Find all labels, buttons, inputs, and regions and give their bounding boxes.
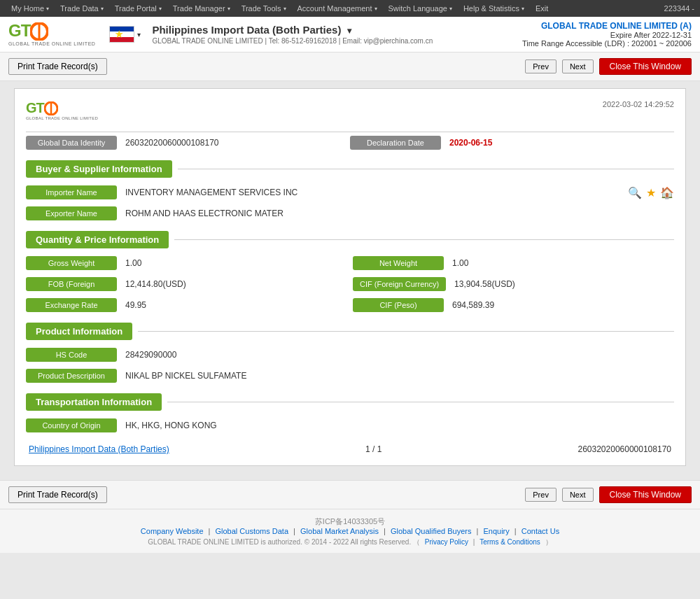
close-button-top[interactable]: Close This Window: [599, 58, 692, 75]
top-navigation: My Home ▾ Trade Data ▾ Trade Portal ▾ Tr…: [0, 0, 700, 17]
global-data-identity-row: Global Data Identity 2603202006000010817…: [26, 135, 674, 150]
record-container: GT GLOBAL TRADE ONLINE LIMITED 2022-03-0…: [14, 88, 686, 466]
declaration-date-label: Declaration Date: [350, 136, 441, 150]
price-row: FOB (Foreign 12,414.80(USD) CIF (Foreign…: [26, 276, 674, 292]
close-button-bottom[interactable]: Close This Window: [599, 486, 692, 503]
exporter-row: Exporter Name ROHM AND HAAS ELECTRONIC M…: [26, 206, 674, 221]
cif-peso-label: CIF (Peso): [353, 298, 444, 312]
record-footer: Philippines Import Data (Both Parties) 1…: [26, 444, 674, 454]
country-flag[interactable]: ▾: [109, 26, 141, 43]
exchange-rate-value: 49.95: [117, 297, 347, 313]
chevron-down-icon: ▾: [46, 6, 49, 12]
product-title: Product Information: [26, 323, 132, 340]
time-range: Time Range Accessible (LDR) : 202001 ~ 2…: [522, 39, 692, 48]
country-origin-label: Country of Origin: [26, 418, 117, 432]
hs-code-label: HS Code: [26, 348, 117, 362]
global-data-identity-value: 26032020060000108170: [117, 135, 350, 150]
page-header: GT GLOBAL TRADE ONLINE LIMITED ▾ Philipp…: [0, 17, 700, 52]
account-info: GLOBAL TRADE ONLINE LIMITED (A) Expire A…: [522, 21, 692, 48]
global-data-identity-label: Global Data Identity: [26, 136, 117, 150]
dropdown-arrow-icon: ▾: [137, 31, 141, 38]
prev-button-top[interactable]: Prev: [525, 59, 556, 73]
transport-section-header: Transportation Information: [26, 393, 674, 411]
company-name: GLOBAL TRADE ONLINE LIMITED (A): [522, 21, 692, 31]
footer-page: 1 / 1: [365, 444, 382, 454]
chevron-down-icon: ▾: [522, 6, 524, 12]
product-desc-value: NIKAL BP NICKEL SULFAMATE: [117, 368, 674, 383]
importer-value: INVENTORY MANAGEMENT SERVICES INC: [117, 185, 622, 200]
weight-row: Gross Weight 1.00 Net Weight 1.00: [26, 255, 674, 271]
next-button-top[interactable]: Next: [562, 59, 594, 73]
nav-items: My Home ▾ Trade Data ▾ Trade Portal ▾ Tr…: [6, 0, 554, 17]
next-button-bottom[interactable]: Next: [562, 488, 594, 502]
title-dropdown-icon[interactable]: ▾: [347, 26, 351, 36]
main-content-wrapper: GT GLOBAL TRADE ONLINE LIMITED 2022-03-0…: [0, 81, 700, 473]
footer-link-customs[interactable]: Global Customs Data: [216, 527, 289, 535]
country-origin-value: HK, HKG, HONG KONG: [117, 418, 674, 433]
declaration-date-value: 2020-06-15: [441, 135, 674, 150]
nav-account-management[interactable]: Account Management ▾: [292, 0, 383, 17]
quantity-section-header: Quantity & Price Information: [26, 231, 674, 248]
product-desc-label: Product Description: [26, 369, 117, 383]
nav-help-statistics[interactable]: Help & Statistics ▾: [458, 0, 530, 17]
footer-link-market[interactable]: Global Market Analysis: [300, 527, 379, 535]
logo-area: GT GLOBAL TRADE ONLINE LIMITED ▾: [8, 22, 141, 47]
nav-trade-portal[interactable]: Trade Portal ▾: [109, 0, 167, 17]
footer-link-buyers[interactable]: Global Qualified Buyers: [391, 527, 472, 535]
cif-peso-value: 694,589.39: [444, 297, 674, 313]
buyer-supplier-section-header: Buyer & Supplier Information: [26, 160, 674, 178]
star-icon[interactable]: ★: [646, 186, 656, 199]
print-button-top[interactable]: Print Trade Record(s): [8, 58, 107, 75]
gtc-logo: GT GLOBAL TRADE ONLINE LIMITED: [8, 22, 95, 47]
search-icon[interactable]: 🔍: [628, 186, 642, 199]
print-button-bottom[interactable]: Print Trade Record(s): [8, 486, 107, 503]
nav-trade-data[interactable]: Trade Data ▾: [55, 0, 109, 17]
nav-trade-manager[interactable]: Trade Manager ▾: [167, 0, 236, 17]
footer-id: 26032020060000108170: [578, 444, 671, 454]
importer-row: Importer Name INVENTORY MANAGEMENT SERVI…: [26, 185, 674, 200]
page-title-area: Philippines Import Data (Both Parties) ▾…: [152, 24, 522, 45]
gross-weight-label: Gross Weight: [26, 256, 117, 270]
nav-trade-tools[interactable]: Trade Tools ▾: [236, 0, 292, 17]
net-weight-label: Net Weight: [353, 256, 444, 270]
account-id: 223344 -: [664, 4, 694, 13]
quantity-title: Quantity & Price Information: [26, 231, 169, 248]
home-icon[interactable]: 🏠: [660, 186, 674, 199]
country-origin-row: Country of Origin HK, HKG, HONG KONG: [26, 418, 674, 433]
page-title: Philippines Import Data (Both Parties) ▾: [152, 24, 522, 36]
record-logo: GT GLOBAL TRADE ONLINE LIMITED: [26, 100, 98, 120]
exporter-value: ROHM AND HAAS ELECTRONIC MATER: [117, 206, 674, 221]
exchange-rate-label: Exchange Rate: [26, 298, 117, 312]
footer-link[interactable]: Philippines Import Data (Both Parties): [29, 444, 169, 454]
nav-my-home[interactable]: My Home ▾: [6, 0, 55, 17]
icp-number: 苏ICP备14033305号: [6, 516, 694, 527]
fob-value: 12,414.80(USD): [117, 276, 347, 292]
privacy-policy-link[interactable]: Privacy Policy: [425, 538, 468, 546]
transport-title: Transportation Information: [26, 393, 162, 411]
record-header: GT GLOBAL TRADE ONLINE LIMITED 2022-03-0…: [26, 100, 674, 120]
gross-weight-value: 1.00: [117, 255, 347, 271]
top-toolbar: Print Trade Record(s) Prev Next Close Th…: [0, 52, 700, 81]
cif-foreign-value: 13,904.58(USD): [446, 276, 674, 292]
footer-links: Company Website | Global Customs Data | …: [6, 527, 694, 535]
nav-switch-language[interactable]: Switch Language ▾: [383, 0, 458, 17]
cif-foreign-label: CIF (Foreign Currency): [353, 277, 446, 291]
chevron-down-icon: ▾: [101, 6, 104, 12]
product-section-header: Product Information: [26, 323, 674, 340]
footer-link-company[interactable]: Company Website: [141, 527, 204, 535]
copyright-text: GLOBAL TRADE ONLINE LIMITED is authorize…: [6, 537, 694, 547]
footer-link-enquiry[interactable]: Enquiry: [483, 527, 509, 535]
nav-exit[interactable]: Exit: [530, 0, 554, 17]
chevron-down-icon: ▾: [227, 6, 230, 12]
footer-link-contact[interactable]: Contact Us: [522, 527, 559, 535]
hs-code-row: HS Code 28429090000: [26, 347, 674, 362]
buyer-supplier-title: Buyer & Supplier Information: [26, 160, 172, 178]
site-footer: 苏ICP备14033305号 Company Website | Global …: [0, 509, 700, 553]
prev-button-bottom[interactable]: Prev: [525, 488, 556, 502]
exchange-row: Exchange Rate 49.95 CIF (Peso) 694,589.3…: [26, 297, 674, 313]
chevron-down-icon: ▾: [374, 6, 377, 12]
terms-link[interactable]: Terms & Conditions: [479, 538, 540, 546]
chevron-down-icon: ▾: [449, 6, 452, 12]
exporter-label: Exporter Name: [26, 206, 117, 220]
hs-code-value: 28429090000: [117, 347, 674, 362]
